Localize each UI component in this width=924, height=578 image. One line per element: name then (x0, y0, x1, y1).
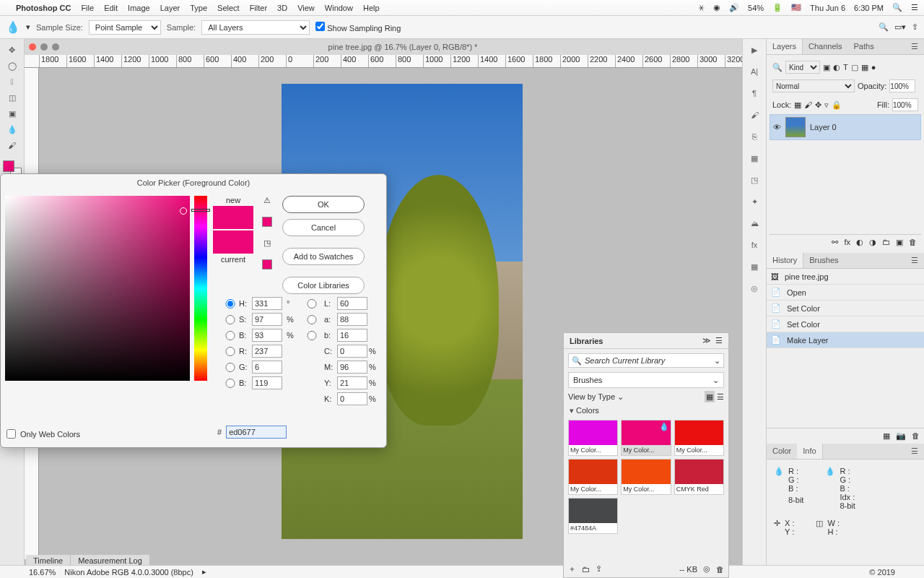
layer-thumbnail[interactable] (785, 117, 806, 137)
marquee-tool[interactable]: ◯ (4, 58, 21, 74)
panel-menu-icon[interactable]: ☰ (905, 444, 924, 459)
list-view-icon[interactable]: ☰ (717, 392, 724, 401)
ok-button[interactable]: OK (282, 196, 365, 213)
s-input[interactable] (252, 313, 282, 326)
warning-swatch[interactable] (262, 217, 272, 227)
paragraph-icon[interactable]: ¶ (747, 87, 762, 100)
current-color-preview[interactable] (213, 230, 253, 254)
radio-r[interactable] (223, 347, 237, 356)
m-input[interactable] (337, 361, 367, 374)
frame-tool[interactable]: ▣ (4, 105, 21, 121)
sample-select[interactable]: All Layers (201, 20, 310, 35)
menubar-date[interactable]: Thu Jun 6 (810, 4, 845, 12)
play-icon[interactable]: ▶ (747, 43, 762, 56)
layer-filter-kind[interactable]: Kind (785, 61, 820, 74)
history-item[interactable]: 📄Set Color (767, 316, 924, 332)
character-icon[interactable]: A| (747, 65, 762, 78)
trash-icon[interactable]: 🗑 (909, 238, 917, 247)
cancel-button[interactable]: Cancel (282, 219, 365, 236)
lasso-tool[interactable]: 𓏢 (4, 74, 21, 90)
layer-name[interactable]: Layer 0 (810, 123, 837, 131)
library-swatch[interactable]: CMYK Red (674, 459, 724, 495)
menu-image[interactable]: Image (128, 4, 150, 12)
library-swatch[interactable]: My Color... (568, 459, 618, 495)
mask-icon[interactable]: ◐ (856, 238, 863, 247)
menu-select[interactable]: Select (217, 4, 240, 12)
collapse-icon[interactable]: ≫ (702, 336, 711, 345)
histogram-icon[interactable]: ⛰ (747, 217, 762, 230)
menu-3d[interactable]: 3D (277, 4, 287, 12)
new-layer-icon[interactable]: ▣ (896, 238, 903, 247)
filter-type-icon[interactable]: T (843, 63, 848, 72)
lock-pos-icon[interactable]: ✥ (815, 100, 821, 110)
library-swatch[interactable]: My Color... (674, 420, 724, 456)
layer-row[interactable]: 👁 Layer 0 (770, 114, 921, 140)
window-close[interactable] (29, 43, 36, 51)
r-input[interactable] (252, 345, 282, 358)
tab-brushes[interactable]: Brushes (803, 253, 844, 268)
add-swatches-button[interactable]: Add to Swatches (282, 248, 365, 265)
tab-layers[interactable]: Layers (767, 39, 803, 54)
clone-icon[interactable]: ⎘ (747, 130, 762, 143)
menu-type[interactable]: Type (190, 4, 207, 12)
menu-extras-icon[interactable]: ☰ (911, 3, 918, 12)
brush-tool[interactable]: 🖌 (4, 137, 21, 153)
panel-menu-icon[interactable]: ☰ (715, 336, 723, 345)
color-profile[interactable]: Nikon Adobe RGB 4.0.0.3000 (8bpc) (64, 568, 193, 577)
trash-icon[interactable]: 🗑 (912, 431, 920, 441)
library-set-select[interactable]: Brushes⌄ (568, 372, 724, 388)
window-zoom[interactable] (52, 43, 59, 51)
trash-icon[interactable]: 🗑 (716, 565, 724, 574)
library-swatch[interactable]: My Color... (621, 459, 671, 495)
websafe-swatch[interactable] (262, 259, 272, 269)
volume-icon[interactable]: 🔊 (729, 3, 739, 12)
menu-file[interactable]: File (81, 4, 94, 12)
tab-history[interactable]: History (767, 253, 803, 268)
battery-icon[interactable]: 🔋 (772, 3, 783, 12)
radio-h[interactable] (223, 299, 237, 309)
web-colors-checkbox[interactable] (6, 429, 16, 439)
library-swatch[interactable]: 💧My Color... (621, 420, 671, 456)
zoom-level[interactable]: 16.67% (29, 568, 56, 577)
menu-filter[interactable]: Filter (250, 4, 267, 12)
view-type-select[interactable]: View by Type ⌄ (568, 392, 624, 402)
fill-input[interactable] (892, 98, 918, 111)
lock-nest-icon[interactable]: ▿ (824, 100, 829, 110)
filter-adjust-icon[interactable]: ◐ (833, 63, 840, 72)
sample-size-select[interactable]: Point Sample (89, 20, 161, 35)
bv-input[interactable] (252, 376, 282, 389)
folder-icon[interactable]: 🗀 (582, 565, 590, 574)
warning-icon[interactable]: ⚠ (263, 196, 271, 205)
group-icon[interactable]: 🗀 (882, 238, 890, 247)
c-input[interactable] (337, 345, 367, 358)
grid-icon[interactable]: ▦ (747, 260, 762, 273)
brushes-icon[interactable]: 🖌 (747, 108, 762, 121)
window-minimize[interactable] (40, 43, 48, 51)
radio-b[interactable] (223, 331, 237, 340)
menu-edit[interactable]: Edit (104, 4, 118, 12)
menu-view[interactable]: View (297, 4, 315, 12)
b-input[interactable] (252, 329, 282, 342)
3d-icon[interactable]: ◳ (747, 173, 762, 186)
wifi-icon[interactable]: ◉ (713, 3, 720, 12)
menu-help[interactable]: Help (363, 4, 380, 12)
saturation-field[interactable] (5, 196, 190, 381)
g-input[interactable] (252, 361, 282, 374)
link-icon[interactable]: ⚯ (832, 238, 838, 247)
lock-all-icon[interactable]: 🔒 (832, 100, 842, 110)
radio-bv[interactable] (223, 379, 237, 388)
swatches-icon[interactable]: ▦ (747, 152, 762, 165)
bluetooth-icon[interactable]: ⚹ (698, 3, 705, 12)
snapshot-icon[interactable]: 📷 (896, 431, 906, 441)
radio-s[interactable] (223, 315, 237, 324)
upload-icon[interactable]: ⇪ (596, 564, 602, 574)
a-input[interactable] (337, 313, 367, 326)
cloud-icon[interactable]: ◎ (703, 564, 710, 574)
fx-icon[interactable]: fx (844, 238, 850, 247)
cube-icon[interactable]: ◳ (263, 238, 271, 248)
tab-color[interactable]: Color (767, 444, 797, 459)
tab-paths[interactable]: Paths (848, 39, 880, 54)
history-item[interactable]: 📄Make Layer (767, 332, 924, 348)
visibility-icon[interactable]: 👁 (773, 123, 781, 131)
menu-window[interactable]: Window (325, 4, 353, 12)
